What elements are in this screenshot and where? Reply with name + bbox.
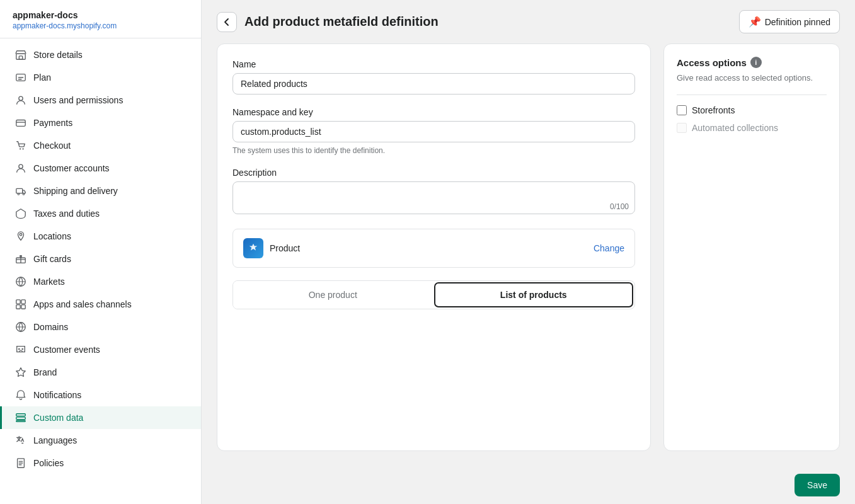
sidebar-item-label: Apps and sales channels — [33, 299, 132, 309]
sidebar-item-label: Store details — [33, 50, 83, 60]
svg-rect-17 — [21, 305, 25, 309]
sidebar-item-markets[interactable]: Markets — [0, 270, 201, 293]
automated-collections-checkbox[interactable] — [677, 123, 687, 133]
sidebar-item-gift-cards[interactable]: Gift cards — [0, 248, 201, 270]
policies-icon — [14, 457, 27, 469]
svg-rect-1 — [19, 56, 22, 59]
sidebar-item-locations[interactable]: Locations — [0, 225, 201, 248]
sidebar-item-label: Policies — [33, 458, 64, 468]
sidebar-item-payments[interactable]: Payments — [0, 112, 201, 134]
sidebar-item-label: Customer accounts — [33, 163, 110, 173]
namespace-label: Namespace and key — [232, 107, 635, 117]
sidebar-item-checkout[interactable]: Checkout — [0, 134, 201, 157]
one-product-toggle[interactable]: One product — [233, 281, 433, 309]
sidebar-item-custom-data[interactable]: Custom data — [0, 406, 201, 429]
sidebar-item-label: Users and permissions — [33, 95, 123, 105]
access-description: Give read access to selected options. — [677, 72, 827, 84]
back-button[interactable] — [217, 12, 237, 32]
sidebar-item-brand[interactable]: Brand — [0, 361, 201, 384]
info-icon[interactable]: i — [750, 57, 762, 68]
svg-point-20 — [21, 348, 23, 350]
sidebar-item-taxes-duties[interactable]: Taxes and duties — [0, 202, 201, 225]
product-type-name: Product — [270, 243, 300, 253]
sidebar-domain-link[interactable]: appmaker-docs.myshopify.com — [13, 21, 117, 30]
change-type-button[interactable]: Change — [594, 243, 624, 253]
description-label: Description — [232, 168, 635, 178]
taxes-icon — [14, 207, 27, 220]
sidebar-item-customer-events[interactable]: Customer events — [0, 338, 201, 361]
name-input[interactable] — [232, 73, 635, 94]
sidebar-item-label: Locations — [33, 231, 71, 241]
sidebar-item-shipping-delivery[interactable]: Shipping and delivery — [0, 180, 201, 202]
name-label: Name — [232, 59, 635, 69]
topbar-left: Add product metafield definition — [217, 12, 439, 32]
description-char-count: 0/100 — [610, 202, 629, 211]
access-panel: Access options i Give read access to sel… — [663, 43, 840, 451]
svg-point-19 — [18, 348, 20, 350]
pinned-label: Definition pinned — [765, 17, 830, 27]
custom-data-icon — [14, 411, 27, 424]
pin-icon: 📌 — [749, 16, 761, 28]
svg-rect-23 — [16, 421, 25, 422]
store-icon — [14, 49, 27, 61]
svg-rect-0 — [16, 54, 25, 59]
notifications-icon — [14, 389, 27, 401]
namespace-field-group: Namespace and key The system uses this t… — [232, 107, 635, 155]
sidebar-item-label: Customer events — [33, 345, 100, 355]
sidebar-item-domains[interactable]: Domains — [0, 316, 201, 338]
sidebar-nav: Store details Plan Users and permissions… — [0, 38, 201, 479]
sidebar-brand: appmaker-docs — [13, 10, 188, 20]
svg-rect-22 — [16, 417, 25, 420]
payments-icon — [14, 117, 27, 129]
product-type-card: Product Change — [232, 229, 635, 268]
brand-icon — [14, 366, 27, 379]
content-area: Name Namespace and key The system uses t… — [202, 43, 855, 466]
sidebar-item-label: Brand — [33, 367, 57, 377]
sidebar-item-customer-accounts[interactable]: Customer accounts — [0, 157, 201, 180]
definition-pinned-button[interactable]: 📌 Definition pinned — [739, 10, 840, 33]
quantity-toggle-group: One product List of products — [232, 280, 635, 309]
storefronts-checkbox[interactable] — [677, 105, 687, 115]
sidebar-item-store-details[interactable]: Store details — [0, 43, 201, 66]
sidebar-item-label: Plan — [33, 72, 51, 83]
description-input[interactable] — [232, 181, 635, 214]
sidebar-item-label: Shipping and delivery — [33, 186, 118, 196]
svg-rect-15 — [21, 300, 25, 304]
access-title: Access options i — [677, 57, 827, 68]
svg-point-3 — [19, 96, 23, 100]
sidebar-item-plan[interactable]: Plan — [0, 66, 201, 89]
sidebar-item-label: Checkout — [33, 140, 71, 151]
svg-rect-21 — [16, 414, 25, 416]
sidebar-item-label: Markets — [33, 277, 65, 287]
page-title: Add product metafield definition — [244, 14, 439, 29]
sidebar-item-users-permissions[interactable]: Users and permissions — [0, 89, 201, 112]
list-of-products-toggle[interactable]: List of products — [434, 282, 634, 307]
save-button[interactable]: Save — [795, 474, 840, 496]
sidebar-header: appmaker-docs appmaker-docs.myshopify.co… — [0, 0, 201, 38]
main-content: Add product metafield definition 📌 Defin… — [202, 0, 855, 504]
svg-point-6 — [23, 148, 24, 149]
apps-icon — [14, 298, 27, 311]
svg-point-10 — [23, 193, 25, 195]
sidebar-item-languages[interactable]: Languages — [0, 429, 201, 452]
access-title-text: Access options — [677, 57, 747, 68]
svg-point-5 — [20, 148, 21, 149]
sidebar-item-notifications[interactable]: Notifications — [0, 384, 201, 406]
sidebar-item-label: Languages — [33, 435, 77, 445]
sidebar-item-policies[interactable]: Policies — [0, 452, 201, 474]
locations-icon — [14, 230, 27, 243]
storefronts-checkbox-item: Storefronts — [677, 105, 827, 115]
customer-accounts-icon — [14, 162, 27, 175]
sidebar-item-label: Gift cards — [33, 254, 71, 264]
markets-icon — [14, 275, 27, 288]
svg-point-7 — [19, 164, 23, 168]
name-field-group: Name — [232, 59, 635, 94]
sidebar-item-apps-sales-channels[interactable]: Apps and sales channels — [0, 293, 201, 316]
domains-icon — [14, 321, 27, 333]
automated-collections-label: Automated collections — [692, 123, 778, 133]
form-panel: Name Namespace and key The system uses t… — [217, 43, 651, 451]
automated-collections-checkbox-item: Automated collections — [677, 123, 827, 133]
svg-rect-4 — [16, 120, 25, 127]
namespace-input[interactable] — [232, 121, 635, 142]
svg-rect-14 — [16, 300, 20, 304]
